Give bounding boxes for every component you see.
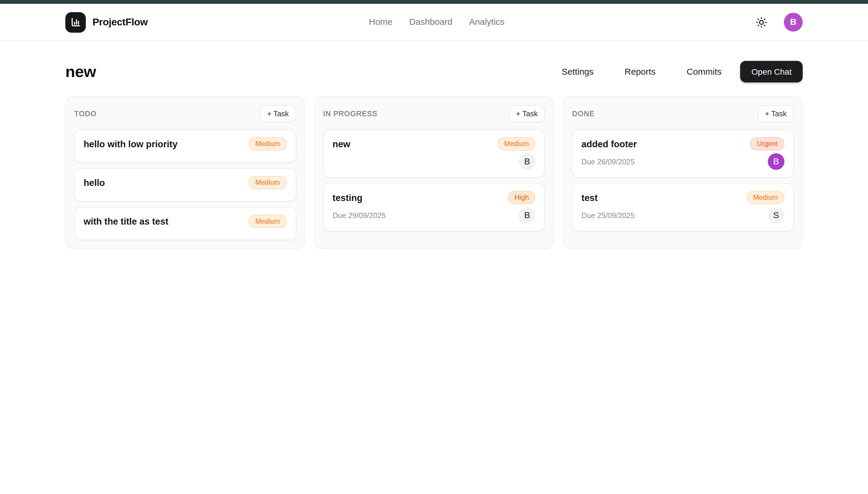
column-in-progress: IN PROGRESS + Task new Medium B (314, 96, 553, 249)
task-title: hello with low priority (83, 137, 177, 149)
open-chat-button[interactable]: Open Chat (740, 61, 803, 82)
due-date: Due 26/09/2025 (581, 157, 635, 166)
task-card[interactable]: with the title as test Medium (74, 207, 296, 240)
navbar-controls: B (755, 13, 803, 32)
nav-link-home[interactable]: Home (369, 17, 393, 27)
column-title-done: DONE (572, 110, 594, 118)
due-date: Due 25/09/2025 (581, 211, 635, 219)
bar-chart-icon (70, 16, 81, 28)
commits-button[interactable]: Commits (683, 66, 725, 77)
nav-link-dashboard[interactable]: Dashboard (409, 17, 453, 27)
assignee-avatar: B (768, 153, 785, 170)
assignee-avatar: S (768, 207, 785, 223)
assignee-avatar: B (519, 153, 535, 170)
user-avatar[interactable]: B (784, 13, 803, 32)
priority-badge: Medium (497, 137, 535, 151)
app-logo (65, 12, 86, 32)
task-title: test (581, 191, 598, 203)
column-done: DONE + Task added footer Urgent Due 26/0… (563, 96, 803, 249)
task-card[interactable]: testing High Due 29/09/2025 B (323, 183, 545, 231)
due-date: Due 29/09/2025 (333, 211, 385, 219)
navbar: ProjectFlow Home Dashboard Analytics (0, 4, 868, 41)
task-title: with the title as test (83, 215, 168, 227)
theme-toggle-button[interactable] (755, 15, 769, 29)
settings-button[interactable]: Settings (558, 66, 597, 77)
add-task-button-in-progress[interactable]: + Task (509, 105, 545, 122)
page-header-actions: Settings Reports Commits Open Chat (558, 61, 803, 82)
brand[interactable]: ProjectFlow (65, 12, 148, 32)
priority-badge: Urgent (750, 137, 784, 151)
kanban-board: TODO + Task hello with low priority Medi… (65, 96, 803, 249)
column-title-in-progress: IN PROGRESS (323, 110, 377, 118)
priority-badge: Medium (249, 215, 286, 228)
task-card[interactable]: test Medium Due 25/09/2025 S (572, 183, 794, 231)
main-nav: Home Dashboard Analytics (369, 4, 505, 40)
column-todo: TODO + Task hello with low priority Medi… (65, 96, 305, 249)
priority-badge: High (508, 191, 535, 204)
top-accent-bar (0, 0, 868, 4)
priority-badge: Medium (747, 191, 784, 204)
column-title-todo: TODO (74, 110, 97, 118)
task-card[interactable]: hello with low priority Medium (74, 130, 296, 163)
reports-button[interactable]: Reports (621, 66, 659, 77)
task-title: testing (333, 191, 362, 203)
priority-badge: Medium (249, 176, 286, 189)
task-card[interactable]: new Medium B (323, 130, 545, 178)
brand-name: ProjectFlow (92, 16, 148, 28)
add-task-button-done[interactable]: + Task (758, 105, 794, 122)
task-card[interactable]: added footer Urgent Due 26/09/2025 B (572, 130, 794, 178)
app-window: ProjectFlow Home Dashboard Analytics (0, 0, 868, 264)
assignee-avatar: B (519, 207, 535, 223)
page-header: new Settings Reports Commits Open Chat (65, 61, 803, 82)
task-title: new (333, 137, 350, 149)
sun-icon (756, 16, 767, 28)
task-title: hello (83, 176, 105, 188)
page-title: new (65, 62, 96, 81)
add-task-button-todo[interactable]: + Task (260, 105, 296, 122)
priority-badge: Medium (249, 137, 286, 151)
task-card[interactable]: hello Medium (74, 168, 296, 202)
nav-link-analytics[interactable]: Analytics (469, 17, 505, 27)
task-title: added footer (581, 137, 637, 149)
